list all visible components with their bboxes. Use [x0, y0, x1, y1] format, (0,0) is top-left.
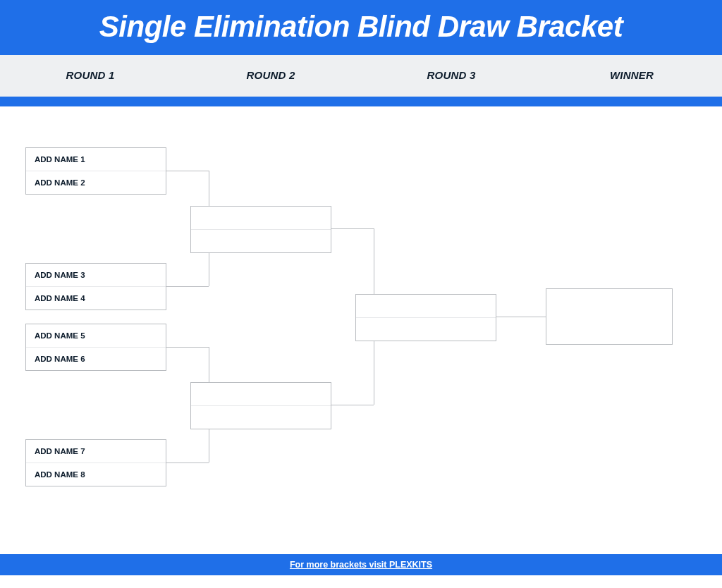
- connector: [166, 463, 209, 463]
- page-title: Single Elimination Blind Draw Bracket: [0, 0, 722, 55]
- connector: [166, 286, 209, 287]
- r1-m3-p1[interactable]: ADD NAME 5: [26, 324, 166, 347]
- connector: [166, 171, 209, 171]
- winner-box: [546, 288, 673, 345]
- r1-m1-p1[interactable]: ADD NAME 1: [26, 148, 166, 171]
- r2-m1-p1[interactable]: [191, 207, 331, 229]
- connector: [331, 228, 374, 229]
- r1-m2-p1[interactable]: ADD NAME 3: [26, 264, 166, 286]
- connector: [496, 317, 546, 317]
- r3-m1-p1[interactable]: [356, 295, 496, 317]
- connector: [331, 405, 374, 405]
- r1-m4-p2[interactable]: ADD NAME 8: [26, 463, 166, 486]
- winner-label: WINNER: [542, 69, 722, 81]
- round-3-label: ROUND 3: [361, 69, 542, 81]
- r3-match-1: [355, 294, 496, 341]
- r3-m1-p2[interactable]: [356, 317, 496, 341]
- r2-match-1: [190, 206, 331, 253]
- footer-bar: For more brackets visit PLEXKITS: [0, 554, 722, 575]
- r1-match-4: ADD NAME 7 ADD NAME 8: [25, 439, 166, 486]
- r1-match-2: ADD NAME 3 ADD NAME 4: [25, 263, 166, 310]
- r1-m4-p1[interactable]: ADD NAME 7: [26, 440, 166, 463]
- r2-match-2: [190, 382, 331, 429]
- divider-bar: [0, 97, 722, 106]
- bracket-canvas: ADD NAME 1 ADD NAME 2 ADD NAME 3 ADD NAM…: [0, 106, 722, 549]
- connector: [166, 347, 209, 348]
- r2-m2-p2[interactable]: [191, 405, 331, 429]
- rounds-header: ROUND 1 ROUND 2 ROUND 3 WINNER: [0, 55, 722, 97]
- round-1-label: ROUND 1: [0, 69, 180, 81]
- winner-slot[interactable]: [546, 289, 672, 344]
- r2-m2-p1[interactable]: [191, 383, 331, 405]
- round-2-label: ROUND 2: [180, 69, 361, 81]
- r1-m2-p2[interactable]: ADD NAME 4: [26, 286, 166, 310]
- r1-m1-p2[interactable]: ADD NAME 2: [26, 171, 166, 194]
- footer-link[interactable]: For more brackets visit PLEXKITS: [290, 560, 432, 570]
- r1-match-3: ADD NAME 5 ADD NAME 6: [25, 324, 166, 371]
- r2-m1-p2[interactable]: [191, 229, 331, 252]
- r1-m3-p2[interactable]: ADD NAME 6: [26, 347, 166, 370]
- r1-match-1: ADD NAME 1 ADD NAME 2: [25, 147, 166, 195]
